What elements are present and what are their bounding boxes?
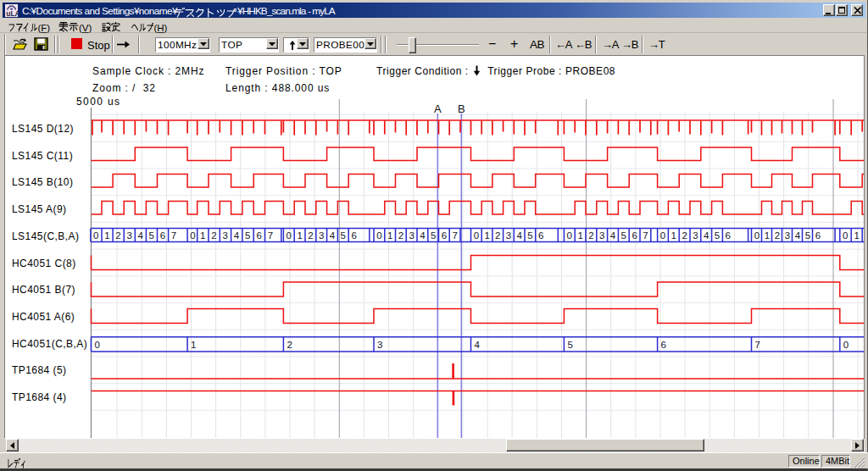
svg-text:3: 3 [319, 230, 324, 241]
svg-text:5: 5 [149, 230, 154, 241]
svg-text:6: 6 [442, 230, 447, 241]
svg-text:0: 0 [843, 340, 849, 350]
svg-text:4: 4 [475, 340, 481, 350]
svg-text:0: 0 [287, 230, 292, 241]
svg-text:2: 2 [308, 230, 313, 241]
svg-text:4: 4 [610, 230, 616, 241]
svg-text:0: 0 [376, 230, 381, 241]
svg-text:0: 0 [93, 230, 98, 241]
svg-text:1: 1 [200, 230, 205, 241]
svg-text:A: A [434, 103, 442, 115]
svg-text:6: 6 [661, 340, 666, 350]
svg-text:1: 1 [297, 230, 302, 241]
svg-text:4: 4 [795, 230, 801, 241]
svg-text:6: 6 [160, 230, 165, 241]
svg-text:1: 1 [854, 230, 859, 241]
svg-text:0: 0 [754, 230, 760, 241]
svg-text:1: 1 [191, 340, 196, 350]
svg-text:1: 1 [387, 230, 392, 241]
svg-text:1: 1 [484, 230, 489, 241]
svg-text:1: 1 [671, 230, 676, 241]
svg-text:4: 4 [330, 230, 336, 241]
svg-text:3: 3 [377, 340, 382, 350]
svg-text:5: 5 [621, 230, 626, 241]
svg-text:1: 1 [765, 230, 770, 241]
svg-text:5: 5 [341, 230, 346, 241]
svg-text:0: 0 [190, 230, 195, 241]
svg-text:3: 3 [599, 230, 604, 241]
svg-text:5: 5 [805, 230, 810, 241]
svg-text:0: 0 [474, 230, 479, 241]
svg-text:4: 4 [138, 230, 144, 241]
svg-text:5: 5 [567, 340, 572, 350]
svg-text:5: 5 [715, 230, 720, 241]
svg-text:B: B [458, 103, 465, 115]
svg-text:2: 2 [775, 230, 780, 241]
svg-text:6: 6 [538, 230, 543, 241]
svg-text:7: 7 [268, 230, 273, 241]
svg-text:6: 6 [351, 230, 356, 241]
svg-text:2: 2 [211, 230, 216, 241]
svg-text:3: 3 [693, 230, 698, 241]
svg-text:0: 0 [660, 230, 665, 241]
svg-text:3: 3 [409, 230, 414, 241]
svg-text:3: 3 [126, 230, 131, 241]
svg-text:6: 6 [632, 230, 637, 241]
svg-text:1: 1 [577, 230, 582, 241]
svg-text:2: 2 [287, 340, 292, 350]
svg-text:2: 2 [588, 230, 593, 241]
svg-text:3: 3 [506, 230, 511, 241]
svg-text:5: 5 [527, 230, 532, 241]
svg-text:4: 4 [420, 230, 426, 241]
svg-text:5: 5 [245, 230, 250, 241]
svg-text:0: 0 [843, 230, 848, 241]
svg-text:7: 7 [171, 230, 176, 241]
svg-text:2: 2 [682, 230, 687, 241]
svg-text:2: 2 [398, 230, 403, 241]
svg-text:4: 4 [704, 230, 709, 241]
svg-text:0: 0 [567, 230, 572, 241]
svg-text:2: 2 [115, 230, 120, 241]
svg-text:7: 7 [643, 230, 648, 241]
svg-text:7: 7 [453, 230, 458, 241]
svg-text:5: 5 [431, 230, 436, 241]
svg-text:7: 7 [755, 340, 760, 350]
svg-text:3: 3 [785, 230, 790, 241]
svg-text:4: 4 [517, 230, 523, 241]
svg-text:6: 6 [815, 230, 821, 241]
svg-text:1: 1 [104, 230, 109, 241]
svg-text:0: 0 [95, 340, 100, 350]
svg-text:2: 2 [495, 230, 500, 241]
svg-text:6: 6 [256, 230, 261, 241]
svg-text:3: 3 [223, 230, 228, 241]
svg-text:4: 4 [234, 230, 240, 241]
svg-text:6: 6 [726, 230, 731, 241]
